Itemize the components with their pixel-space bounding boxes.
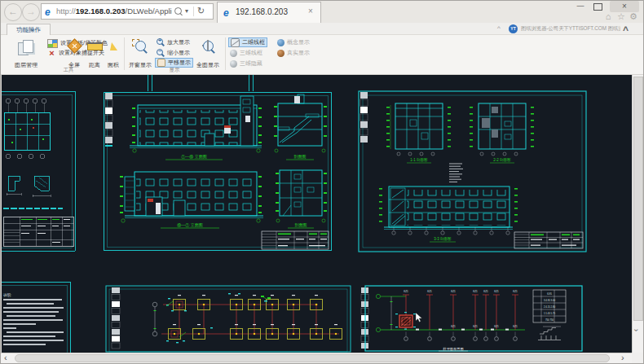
close-button[interactable]: ×: [610, 1, 639, 12]
wireframe-2d-button[interactable]: 二维线框: [228, 37, 267, 47]
section-2: 2-2 剖面图: [470, 103, 534, 163]
section-3: 3-3 剖面图: [379, 186, 518, 242]
conceptual-icon: [277, 39, 285, 46]
layers-icon: [17, 39, 35, 55]
sheet-sections: 1-1 剖面图 2-2 剖面图: [356, 89, 589, 255]
ribbon-collapse-icon[interactable]: ^: [623, 24, 629, 36]
pan-label: 平移显示: [168, 59, 191, 67]
wireframe-2d-icon: [231, 38, 240, 47]
pan-button[interactable]: 平移显示: [155, 58, 193, 68]
back-button[interactable]: ←: [4, 3, 22, 21]
sheet-foundation-plan: [104, 283, 354, 353]
zoom-in-label: 放大显示: [167, 38, 190, 46]
elevation-1-title: ①—⑩ 立面图: [181, 154, 206, 160]
brand-text: 图纸浏览器-公司天下YTTISOFT.COM 图纸浏览软件-试用版: [521, 25, 620, 33]
title-block: [514, 232, 583, 248]
address-bar[interactable]: e http://192.168.0.203/DLWeb/Application…: [41, 3, 214, 20]
tab-close-icon[interactable]: ×: [306, 7, 315, 15]
minimize-button[interactable]: —: [574, 2, 587, 10]
elevation-2: ⑩—① 立面图: [120, 172, 263, 228]
favorites-icon[interactable]: ☆: [615, 11, 627, 22]
realistic-button[interactable]: 真实显示: [277, 48, 310, 58]
horizontal-scrollbar[interactable]: ‹ ›: [0, 353, 632, 364]
svg-text:3 4.95 3.00: 3 4.95 3.00: [544, 299, 555, 302]
svg-text:1 1.05 5.75: 1 1.05 5.75: [544, 312, 555, 315]
wireframe-3d-button[interactable]: 三维线框: [230, 48, 262, 58]
horizontal-scrollbar-thumb[interactable]: [15, 354, 610, 362]
search-icon[interactable]: [174, 7, 182, 15]
zoom-in-button[interactable]: + 放大显示: [157, 37, 190, 47]
zoom-extents-icon: [200, 39, 216, 55]
section-1-title: 1-1 剖面图: [410, 158, 427, 162]
svg-text:KZ1: KZ1: [513, 325, 518, 328]
selected-column[interactable]: [395, 312, 416, 330]
area-icon: [110, 42, 117, 50]
scroll-right-icon[interactable]: ›: [621, 353, 624, 362]
fullscreen-icon: [67, 38, 82, 53]
column-labels: KZ1 KZ1 KZ1 KZ1 KZ1 KZ1 KZ1 KZ1 KZ1 KZ1 …: [404, 290, 518, 328]
zoom-window-button[interactable]: 开窗显示: [126, 37, 154, 69]
refresh-icon[interactable]: ↻: [197, 6, 205, 16]
vertical-scrollbar-thumb[interactable]: [633, 77, 643, 321]
browser-tab[interactable]: e 192.168.0.203 ×: [217, 2, 321, 23]
hidden-3d-label: 三维隐藏: [240, 59, 262, 68]
distance-icon: [87, 42, 103, 50]
brand-logo: YT: [509, 24, 518, 33]
svg-text:KZ1: KZ1: [451, 325, 456, 328]
zoom-window-label: 开窗显示: [129, 61, 152, 69]
scroll-down-icon[interactable]: ›: [632, 329, 641, 331]
scroll-left-icon[interactable]: ‹: [4, 353, 7, 362]
svg-text:KZ1: KZ1: [483, 290, 488, 293]
zoom-window-icon: [132, 39, 148, 55]
svg-text:KZ1: KZ1: [427, 290, 432, 293]
zoom-out-button[interactable]: − 缩小显示: [157, 48, 190, 58]
ribbon-tab-strip: 功能操作 ^ YT 图纸浏览器-公司天下YTTISOFT.COM 图纸浏览软件-…: [0, 23, 644, 35]
tab-title: 192.168.0.203: [236, 2, 288, 22]
cad-viewport[interactable]: ①—⑩ 立面图 剖面图: [0, 75, 632, 353]
vertical-scrollbar[interactable]: ›: [632, 75, 644, 353]
zoom-extents-button[interactable]: 全图显示: [194, 37, 222, 69]
settings-gear-icon[interactable]: ⚙: [628, 11, 639, 22]
ribbon-tab-function[interactable]: 功能操作: [7, 24, 51, 35]
area-label: 面积: [108, 61, 119, 69]
hidden-3d-icon: [230, 60, 237, 68]
sheet-c-ladder-strip: [360, 92, 368, 143]
notes-block: [449, 164, 463, 182]
ie-page-icon: e: [45, 7, 51, 17]
url-protocol: http://: [56, 7, 76, 15]
zoom-out-icon: −: [157, 49, 165, 57]
chevron-down-icon[interactable]: ▾: [185, 7, 188, 15]
leader-arrows-green: [166, 296, 271, 337]
title-block: [3, 217, 73, 246]
layer-manager-button[interactable]: 图层管理: [7, 37, 46, 69]
sheet-elevations: ①—⑩ 立面图 剖面图: [102, 91, 333, 252]
pan-hand-icon: [157, 59, 165, 67]
wireframe-3d-icon: [230, 50, 237, 57]
home-icon[interactable]: ⌂: [602, 11, 614, 21]
maximize-button[interactable]: [593, 3, 602, 11]
wireframe-2d-label: 二维线框: [242, 38, 265, 46]
column-grid-red: [403, 295, 518, 330]
sheet-edge-line: [148, 75, 148, 91]
ribbon: 图层管理 设置图纸/背景颜色 × 设置对象捕捉开关 全屏 距离 面积 工具 开窗…: [0, 35, 644, 75]
url-text: http://192.168.0.203/DLWeb/Application/Y…: [56, 4, 172, 19]
layer-manager-label: 图层管理: [15, 61, 37, 69]
stair-section: 剖面图: [274, 94, 327, 160]
group-separator: [225, 37, 226, 70]
svg-text:KZ1: KZ1: [451, 290, 456, 293]
hidden-3d-button[interactable]: 三维隐藏: [230, 59, 262, 68]
sheet-plan-left: [2, 80, 80, 254]
forward-button[interactable]: →: [22, 3, 40, 21]
url-host: 192.168.0.203: [76, 7, 126, 15]
sheet-edge-line: [249, 75, 249, 91]
conceptual-button[interactable]: 概念显示: [277, 37, 310, 47]
measure-area-button[interactable]: 面积: [101, 37, 126, 69]
sheet-f-title: 柱平面布置图: [442, 347, 463, 351]
sheet-e-ladder-strip: [112, 287, 120, 349]
address-separator: [193, 7, 194, 16]
elevation-2-title: ⑩—① 立面图: [177, 222, 202, 228]
small-section: 剖面图: [276, 170, 327, 228]
zoom-out-label: 缩小显示: [167, 49, 190, 57]
svg-text:KZ1: KZ1: [404, 290, 408, 293]
brand-caret-icon: ^: [497, 24, 501, 32]
